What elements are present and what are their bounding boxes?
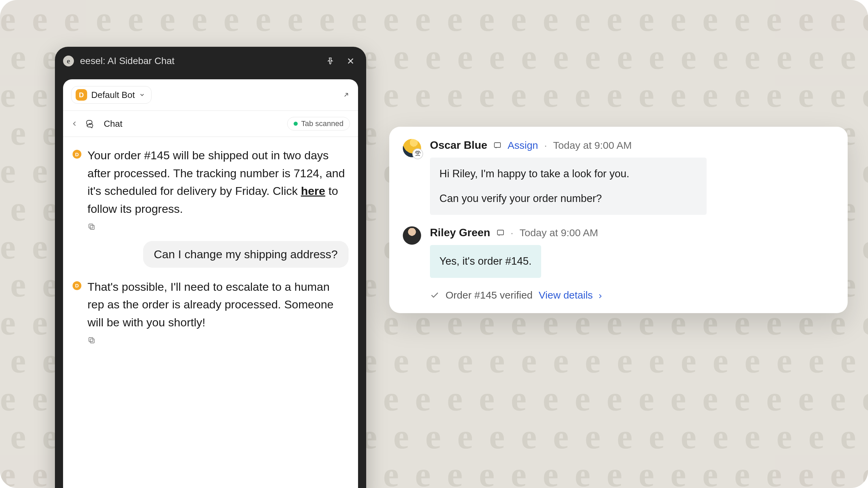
bot-name: Default Bot	[91, 90, 135, 100]
pin-icon[interactable]	[326, 57, 334, 65]
user-message-text: Can I change my shipping address?	[154, 248, 338, 261]
bot-message: D That's possible, I'll need to escalate…	[73, 278, 349, 344]
user-thread: Riley Green · Today at 9:00 AM Yes, it's…	[403, 226, 831, 278]
svg-rect-6	[497, 230, 504, 235]
scan-chip-label: Tab scanned	[301, 119, 343, 128]
note-icon[interactable]	[493, 141, 501, 149]
sidebar-title: eesel: AI Sidebar Chat	[80, 56, 326, 66]
chat-label: Chat	[104, 119, 122, 129]
chevron-down-icon	[139, 92, 145, 98]
user-timestamp: Today at 9:00 AM	[519, 227, 598, 239]
agent-line-1: Hi Riley, I'm happy to take a look for y…	[439, 165, 697, 183]
bot-selector-row: D Default Bot	[63, 79, 358, 111]
status-dot-icon	[294, 122, 298, 126]
verify-text: Order #145 verified	[446, 289, 533, 301]
svg-rect-3	[89, 338, 93, 342]
message-list: D Your order #145 will be shipped out in…	[63, 137, 358, 354]
svg-rect-0	[90, 225, 94, 229]
user-message-bubble: Yes, it's order #145.	[430, 245, 541, 278]
copy-icon[interactable]	[87, 336, 349, 344]
agent-timestamp: Today at 9:00 AM	[553, 140, 632, 151]
sidebar-window: e eesel: AI Sidebar Chat D Default Bot	[55, 47, 366, 488]
agent-thread: Oscar Blue Assign · Today at 9:00 AM Hi …	[403, 139, 831, 215]
copy-icon[interactable]	[87, 223, 349, 231]
user-header: Riley Green · Today at 9:00 AM	[430, 226, 831, 239]
user-avatar	[403, 226, 421, 245]
back-icon[interactable]	[71, 120, 79, 127]
view-details-text: View details	[539, 289, 593, 301]
view-details-link[interactable]: View details	[539, 289, 603, 301]
svg-point-4	[417, 152, 419, 154]
conversation-card: Oscar Blue Assign · Today at 9:00 AM Hi …	[389, 127, 848, 313]
tab-scanned-chip: Tab scanned	[287, 117, 350, 130]
stage: eeeeeeeeeeeeeeeeeeeeeeeeeeeeeeeeeeeeeeee…	[0, 0, 868, 488]
agent-header: Oscar Blue Assign · Today at 9:00 AM	[430, 139, 831, 151]
bot-avatar: D	[76, 89, 87, 101]
agent-message-bubble: Hi Riley, I'm happy to take a look for y…	[430, 158, 707, 215]
agent-badge-icon	[412, 148, 423, 159]
sidebar-titlebar: e eesel: AI Sidebar Chat	[55, 47, 366, 75]
bot-message: D Your order #145 will be shipped out in…	[73, 146, 349, 231]
agent-line-2: Can you verify your order number?	[439, 190, 697, 208]
separator-dot: ·	[511, 227, 513, 239]
svg-rect-2	[90, 339, 94, 343]
eesel-logo: e	[63, 56, 74, 66]
agent-name: Oscar Blue	[430, 139, 487, 151]
check-icon	[430, 290, 439, 300]
note-icon[interactable]	[496, 229, 505, 237]
svg-rect-5	[494, 143, 500, 147]
close-icon[interactable]	[347, 57, 355, 65]
separator-dot: ·	[544, 140, 547, 151]
chat-icon	[85, 119, 94, 128]
chat-header-row: Chat Tab scanned	[63, 111, 358, 137]
popout-icon[interactable]	[342, 91, 350, 99]
bot-message-avatar: D	[73, 150, 81, 159]
bot-message-text: Your order #145 will be shipped out in t…	[87, 146, 349, 218]
bot-selector[interactable]: D Default Bot	[71, 86, 152, 104]
user-name: Riley Green	[430, 226, 490, 239]
tracking-link[interactable]: here	[301, 184, 325, 197]
user-message-bubble: Can I change my shipping address?	[143, 241, 349, 268]
bot-message-text: That's possible, I'll need to escalate t…	[87, 278, 349, 331]
svg-rect-1	[89, 224, 93, 228]
verify-row: Order #145 verified View details	[430, 289, 831, 301]
user-line-1: Yes, it's order #145.	[439, 255, 532, 267]
assign-link[interactable]: Assign	[508, 140, 538, 151]
agent-avatar	[403, 139, 421, 157]
sidebar-panel: D Default Bot Chat	[63, 79, 358, 488]
bot-message-avatar: D	[73, 281, 81, 290]
